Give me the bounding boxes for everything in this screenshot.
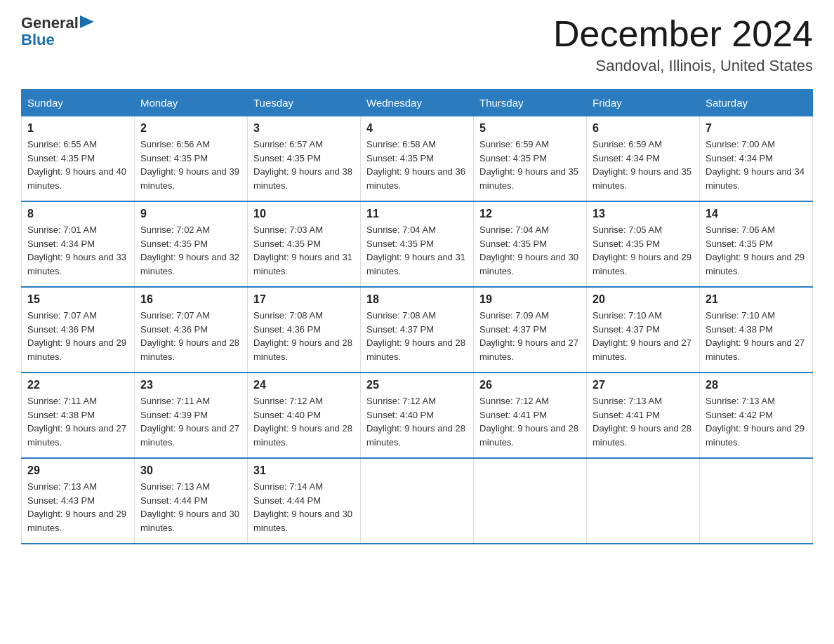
day-number: 5 bbox=[479, 122, 581, 135]
day-number: 20 bbox=[593, 293, 694, 306]
calendar-week-row: 29 Sunrise: 7:13 AM Sunset: 4:43 PM Dayl… bbox=[22, 458, 813, 544]
table-row: 30 Sunrise: 7:13 AM Sunset: 4:44 PM Dayl… bbox=[135, 458, 248, 544]
table-row: 5 Sunrise: 6:59 AM Sunset: 4:35 PM Dayli… bbox=[474, 116, 587, 202]
day-info: Sunrise: 6:58 AM Sunset: 4:35 PM Dayligh… bbox=[366, 137, 468, 192]
table-row: 10 Sunrise: 7:03 AM Sunset: 4:35 PM Dayl… bbox=[248, 201, 361, 287]
header-friday: Friday bbox=[587, 90, 700, 116]
day-number: 25 bbox=[366, 379, 468, 391]
day-number: 30 bbox=[140, 464, 241, 477]
day-info: Sunrise: 7:12 AM Sunset: 4:41 PM Dayligh… bbox=[479, 394, 581, 449]
day-info: Sunrise: 7:10 AM Sunset: 4:37 PM Dayligh… bbox=[593, 309, 694, 363]
table-row: 28 Sunrise: 7:13 AM Sunset: 4:42 PM Dayl… bbox=[700, 373, 813, 458]
day-number: 10 bbox=[253, 208, 355, 220]
day-info: Sunrise: 7:00 AM Sunset: 4:34 PM Dayligh… bbox=[706, 137, 807, 192]
day-info: Sunrise: 7:06 AM Sunset: 4:35 PM Dayligh… bbox=[706, 223, 807, 278]
day-info: Sunrise: 7:02 AM Sunset: 4:35 PM Dayligh… bbox=[140, 223, 241, 278]
table-row: 9 Sunrise: 7:02 AM Sunset: 4:35 PM Dayli… bbox=[135, 201, 248, 287]
day-info: Sunrise: 7:07 AM Sunset: 4:36 PM Dayligh… bbox=[27, 309, 128, 363]
calendar-header-row: Sunday Monday Tuesday Wednesday Thursday… bbox=[22, 90, 813, 116]
day-info: Sunrise: 7:10 AM Sunset: 4:38 PM Dayligh… bbox=[706, 309, 807, 363]
day-info: Sunrise: 7:01 AM Sunset: 4:34 PM Dayligh… bbox=[27, 223, 128, 278]
table-row: 15 Sunrise: 7:07 AM Sunset: 4:36 PM Dayl… bbox=[22, 287, 135, 373]
table-row: 11 Sunrise: 7:04 AM Sunset: 4:35 PM Dayl… bbox=[361, 201, 474, 287]
logo-general-text: General bbox=[21, 14, 79, 32]
calendar-week-row: 15 Sunrise: 7:07 AM Sunset: 4:36 PM Dayl… bbox=[22, 287, 813, 373]
table-row: 6 Sunrise: 6:59 AM Sunset: 4:34 PM Dayli… bbox=[587, 116, 700, 202]
day-number: 12 bbox=[479, 208, 581, 220]
day-number: 28 bbox=[706, 379, 807, 391]
header-monday: Monday bbox=[135, 90, 248, 116]
day-number: 7 bbox=[706, 122, 807, 135]
table-row: 12 Sunrise: 7:04 AM Sunset: 4:35 PM Dayl… bbox=[474, 201, 587, 287]
day-number: 23 bbox=[140, 379, 241, 391]
day-number: 8 bbox=[27, 208, 128, 220]
day-info: Sunrise: 7:08 AM Sunset: 4:37 PM Dayligh… bbox=[366, 309, 468, 363]
day-info: Sunrise: 7:12 AM Sunset: 4:40 PM Dayligh… bbox=[253, 394, 355, 449]
page-header: General Blue December 2024 Sandoval, Ill… bbox=[21, 14, 813, 75]
day-number: 26 bbox=[479, 379, 581, 391]
day-number: 27 bbox=[593, 379, 694, 391]
day-number: 13 bbox=[593, 208, 694, 220]
day-info: Sunrise: 7:04 AM Sunset: 4:35 PM Dayligh… bbox=[479, 223, 581, 278]
day-number: 6 bbox=[593, 122, 694, 135]
day-number: 11 bbox=[366, 208, 468, 220]
day-number: 18 bbox=[366, 293, 468, 306]
header-wednesday: Wednesday bbox=[361, 90, 474, 116]
calendar-title: December 2024 bbox=[553, 14, 813, 54]
table-row: 22 Sunrise: 7:11 AM Sunset: 4:38 PM Dayl… bbox=[22, 373, 135, 458]
calendar-week-row: 8 Sunrise: 7:01 AM Sunset: 4:34 PM Dayli… bbox=[22, 201, 813, 287]
day-info: Sunrise: 7:13 AM Sunset: 4:43 PM Dayligh… bbox=[27, 480, 128, 535]
day-number: 31 bbox=[253, 464, 355, 477]
day-number: 24 bbox=[253, 379, 355, 391]
day-number: 29 bbox=[27, 464, 128, 477]
day-info: Sunrise: 6:59 AM Sunset: 4:34 PM Dayligh… bbox=[593, 137, 694, 192]
day-number: 9 bbox=[140, 208, 241, 220]
table-row: 27 Sunrise: 7:13 AM Sunset: 4:41 PM Dayl… bbox=[587, 373, 700, 458]
calendar-week-row: 1 Sunrise: 6:55 AM Sunset: 4:35 PM Dayli… bbox=[22, 116, 813, 202]
day-info: Sunrise: 7:05 AM Sunset: 4:35 PM Dayligh… bbox=[593, 223, 694, 278]
table-row: 19 Sunrise: 7:09 AM Sunset: 4:37 PM Dayl… bbox=[474, 287, 587, 373]
header-tuesday: Tuesday bbox=[248, 90, 361, 116]
logo-arrow-icon bbox=[80, 15, 94, 28]
day-number: 22 bbox=[27, 379, 128, 391]
logo-blue-text: Blue bbox=[21, 31, 55, 49]
day-info: Sunrise: 6:59 AM Sunset: 4:35 PM Dayligh… bbox=[479, 137, 581, 192]
table-row: 21 Sunrise: 7:10 AM Sunset: 4:38 PM Dayl… bbox=[700, 287, 813, 373]
header-thursday: Thursday bbox=[474, 90, 587, 116]
calendar-week-row: 22 Sunrise: 7:11 AM Sunset: 4:38 PM Dayl… bbox=[22, 373, 813, 458]
table-row: 3 Sunrise: 6:57 AM Sunset: 4:35 PM Dayli… bbox=[248, 116, 361, 202]
day-info: Sunrise: 7:14 AM Sunset: 4:44 PM Dayligh… bbox=[253, 480, 355, 535]
table-row: 14 Sunrise: 7:06 AM Sunset: 4:35 PM Dayl… bbox=[700, 201, 813, 287]
table-row: 18 Sunrise: 7:08 AM Sunset: 4:37 PM Dayl… bbox=[361, 287, 474, 373]
table-row: 8 Sunrise: 7:01 AM Sunset: 4:34 PM Dayli… bbox=[22, 201, 135, 287]
table-row bbox=[700, 458, 813, 544]
day-info: Sunrise: 7:12 AM Sunset: 4:40 PM Dayligh… bbox=[366, 394, 468, 449]
day-info: Sunrise: 7:13 AM Sunset: 4:42 PM Dayligh… bbox=[706, 394, 807, 449]
table-row: 26 Sunrise: 7:12 AM Sunset: 4:41 PM Dayl… bbox=[474, 373, 587, 458]
day-number: 3 bbox=[253, 122, 355, 135]
table-row: 2 Sunrise: 6:56 AM Sunset: 4:35 PM Dayli… bbox=[135, 116, 248, 202]
table-row: 24 Sunrise: 7:12 AM Sunset: 4:40 PM Dayl… bbox=[248, 373, 361, 458]
day-number: 19 bbox=[479, 293, 581, 306]
svg-marker-0 bbox=[80, 15, 94, 28]
day-info: Sunrise: 7:08 AM Sunset: 4:36 PM Dayligh… bbox=[253, 309, 355, 363]
table-row: 29 Sunrise: 7:13 AM Sunset: 4:43 PM Dayl… bbox=[22, 458, 135, 544]
calendar-table: Sunday Monday Tuesday Wednesday Thursday… bbox=[21, 89, 813, 544]
table-row: 4 Sunrise: 6:58 AM Sunset: 4:35 PM Dayli… bbox=[361, 116, 474, 202]
table-row bbox=[361, 458, 474, 544]
day-info: Sunrise: 7:09 AM Sunset: 4:37 PM Dayligh… bbox=[479, 309, 581, 363]
day-number: 16 bbox=[140, 293, 241, 306]
calendar-subtitle: Sandoval, Illinois, United States bbox=[553, 57, 813, 75]
day-number: 21 bbox=[706, 293, 807, 306]
table-row: 17 Sunrise: 7:08 AM Sunset: 4:36 PM Dayl… bbox=[248, 287, 361, 373]
day-info: Sunrise: 6:56 AM Sunset: 4:35 PM Dayligh… bbox=[140, 137, 241, 192]
table-row: 1 Sunrise: 6:55 AM Sunset: 4:35 PM Dayli… bbox=[22, 116, 135, 202]
day-info: Sunrise: 7:03 AM Sunset: 4:35 PM Dayligh… bbox=[253, 223, 355, 278]
day-info: Sunrise: 7:11 AM Sunset: 4:39 PM Dayligh… bbox=[140, 394, 241, 449]
day-number: 4 bbox=[366, 122, 468, 135]
table-row: 20 Sunrise: 7:10 AM Sunset: 4:37 PM Dayl… bbox=[587, 287, 700, 373]
day-info: Sunrise: 7:13 AM Sunset: 4:44 PM Dayligh… bbox=[140, 480, 241, 535]
day-info: Sunrise: 7:11 AM Sunset: 4:38 PM Dayligh… bbox=[27, 394, 128, 449]
day-info: Sunrise: 7:13 AM Sunset: 4:41 PM Dayligh… bbox=[593, 394, 694, 449]
header-sunday: Sunday bbox=[22, 90, 135, 116]
